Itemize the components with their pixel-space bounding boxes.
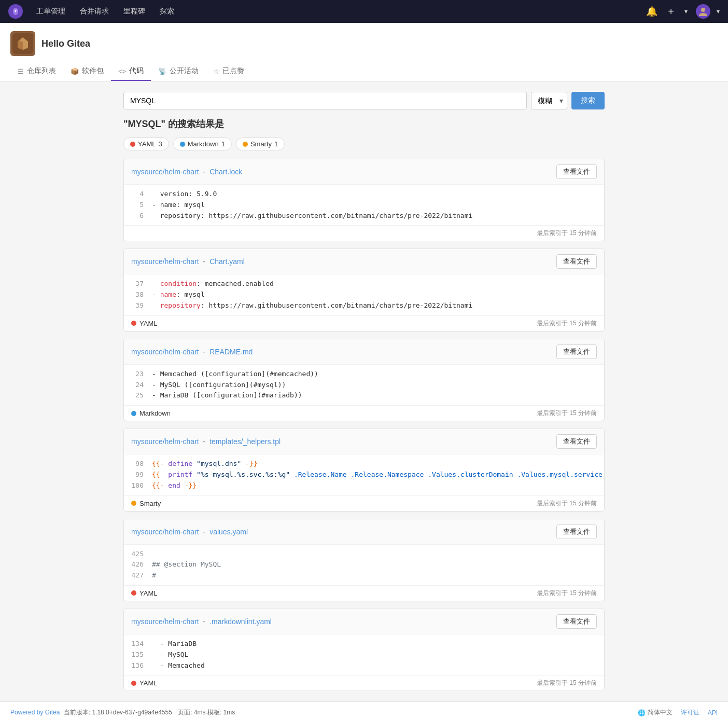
line-num: 426 <box>131 559 144 570</box>
line-content: repository: https://raw.githubuserconten… <box>152 211 472 222</box>
result-file-link-2[interactable]: Chart.yaml <box>209 257 245 266</box>
view-file-btn-4[interactable]: 查看文件 <box>556 434 597 449</box>
code-line-3-2: 24 - MySQL ([configuration](#mysql)) <box>131 380 597 391</box>
view-file-btn-1[interactable]: 查看文件 <box>556 164 597 179</box>
filter-tag-smarty[interactable]: Smarty 1 <box>236 137 285 150</box>
code-icon: <> <box>118 67 126 75</box>
result-separator-5: - <box>203 528 206 536</box>
add-icon[interactable]: + <box>666 4 676 20</box>
result-header-3: mysource/helm-chart - README.md 查看文件 <box>124 339 604 365</box>
result-title-1: mysource/helm-chart - Chart.lock <box>131 168 242 176</box>
result-file-link-5[interactable]: values.yaml <box>209 528 248 536</box>
nav-item-explore[interactable]: 探索 <box>155 5 179 18</box>
result-footer-3: Markdown 最后索引于 15 分钟前 <box>124 405 604 421</box>
tab-code-label: 代码 <box>129 66 144 76</box>
lang-badge-6: YAML <box>131 679 157 687</box>
result-file-link-6[interactable]: .markdownlint.yaml <box>209 617 272 626</box>
view-file-btn-5[interactable]: 查看文件 <box>556 525 597 539</box>
result-card-4: mysource/helm-chart - templates/_helpers… <box>123 429 605 511</box>
user-name: Hello Gitea <box>41 38 90 49</box>
line-num: 100 <box>131 480 144 491</box>
line-num: 39 <box>131 300 144 311</box>
lang-dot-6 <box>131 681 136 686</box>
footer-right: 🌐 简体中文 许可证 API <box>638 708 718 717</box>
code-line-6-1: 134 - MariaDB <box>131 639 597 650</box>
code-line-6-3: 136 - Memcached <box>131 660 597 671</box>
search-type-select[interactable]: 模糊 精确 <box>531 92 567 109</box>
result-separator-4: - <box>203 437 206 446</box>
site-logo[interactable] <box>8 4 23 19</box>
user-avatar-nav[interactable] <box>696 4 710 19</box>
smarty-dot <box>243 142 248 147</box>
code-line-5-2: 426 ## @section MySQL <box>131 559 597 570</box>
result-repo-link-3[interactable]: mysource/helm-chart <box>131 348 199 356</box>
nav-item-milestone[interactable]: 里程碑 <box>118 5 150 18</box>
search-button[interactable]: 搜索 <box>571 92 605 109</box>
result-repo-link-5[interactable]: mysource/helm-chart <box>131 528 199 536</box>
powered-by-link[interactable]: Powered by Gitea <box>10 709 60 716</box>
filter-tag-markdown[interactable]: Markdown 1 <box>173 137 232 150</box>
result-file-link-4[interactable]: templates/_helpers.tpl <box>209 437 281 446</box>
result-footer-5: YAML 最后索引于 15 分钟前 <box>124 585 604 601</box>
line-content: - MySQL <box>152 650 188 660</box>
user-avatar <box>10 31 35 56</box>
repos-icon: ☰ <box>18 67 24 75</box>
line-content <box>152 549 156 560</box>
code-block-3: 23 - Memcached ([configuration](#memcach… <box>124 365 604 405</box>
index-time-1: 最后索引于 15 分钟前 <box>537 229 597 238</box>
tab-repos[interactable]: ☰ 仓库列表 <box>10 62 63 81</box>
notification-icon[interactable]: 🔔 <box>644 4 660 19</box>
code-line-4-2: 99 {{- printf "%s-mysql.%s.svc.%s:%g" .R… <box>131 470 597 480</box>
line-num: 99 <box>131 470 144 480</box>
code-line-2-1: 37 condition: memcached.enabled <box>131 279 597 289</box>
code-line-6-2: 135 - MySQL <box>131 650 597 660</box>
code-line-3-3: 25 - MariaDB ([configuration](#mariadb)) <box>131 390 597 401</box>
result-separator-1: - <box>203 168 206 176</box>
tab-code[interactable]: <> 代码 <box>111 62 151 81</box>
result-repo-link-6[interactable]: mysource/helm-chart <box>131 617 199 626</box>
result-file-link-1[interactable]: Chart.lock <box>209 168 242 176</box>
view-file-btn-3[interactable]: 查看文件 <box>556 344 597 359</box>
line-num: 5 <box>131 200 144 211</box>
footer-page-info: 页面: 4ms 模板: 1ms <box>178 709 235 716</box>
view-file-btn-2[interactable]: 查看文件 <box>556 254 597 269</box>
user-dropdown-icon[interactable]: ▾ <box>717 8 720 15</box>
result-repo-link-1[interactable]: mysource/helm-chart <box>131 168 199 176</box>
nav-item-merge[interactable]: 合并请求 <box>75 5 114 18</box>
search-input[interactable] <box>123 92 527 109</box>
nav-item-workorder[interactable]: 工单管理 <box>31 5 71 18</box>
lang-name-6: YAML <box>139 679 157 687</box>
result-repo-link-4[interactable]: mysource/helm-chart <box>131 437 199 446</box>
starred-icon: ☆ <box>213 67 219 75</box>
tab-starred[interactable]: ☆ 已点赞 <box>206 62 251 81</box>
line-content: - name: mysql <box>152 200 205 211</box>
yaml-dot <box>130 142 135 147</box>
view-file-btn-6[interactable]: 查看文件 <box>556 614 597 629</box>
result-title-2: mysource/helm-chart - Chart.yaml <box>131 257 245 266</box>
api-link[interactable]: API <box>708 709 718 716</box>
user-info: Hello Gitea <box>10 31 718 56</box>
license-link[interactable]: 许可证 <box>681 708 699 717</box>
globe-icon: 🌐 <box>638 709 646 716</box>
footer-language[interactable]: 🌐 简体中文 <box>638 708 673 717</box>
yaml-count: 3 <box>158 140 162 148</box>
add-dropdown-icon[interactable]: ▾ <box>682 6 690 17</box>
search-result-title: "MYSQL" 的搜索结果是 <box>123 118 605 130</box>
code-line-3-1: 23 - Memcached ([configuration](#memcach… <box>131 369 597 380</box>
tab-packages-label: 软件包 <box>82 66 104 76</box>
tab-packages[interactable]: 📦 软件包 <box>63 62 111 81</box>
lang-dot-5 <box>131 590 136 596</box>
tab-repos-label: 仓库列表 <box>27 66 56 76</box>
filter-tag-yaml[interactable]: YAML 3 <box>123 137 169 150</box>
index-time-5: 最后索引于 15 分钟前 <box>537 589 597 598</box>
result-header-2: mysource/helm-chart - Chart.yaml 查看文件 <box>124 249 604 274</box>
line-content: - MariaDB ([configuration](#mariadb)) <box>152 390 302 401</box>
tab-activity[interactable]: 📡 公开活动 <box>151 62 206 81</box>
index-time-4: 最后索引于 15 分钟前 <box>537 499 597 508</box>
result-card-2: mysource/helm-chart - Chart.yaml 查看文件 37… <box>123 249 605 331</box>
result-repo-link-2[interactable]: mysource/helm-chart <box>131 257 199 266</box>
result-file-link-3[interactable]: README.md <box>209 348 253 356</box>
result-footer-1: 最后索引于 15 分钟前 <box>124 225 604 241</box>
lang-badge-5: YAML <box>131 589 157 597</box>
line-num: 427 <box>131 570 144 581</box>
